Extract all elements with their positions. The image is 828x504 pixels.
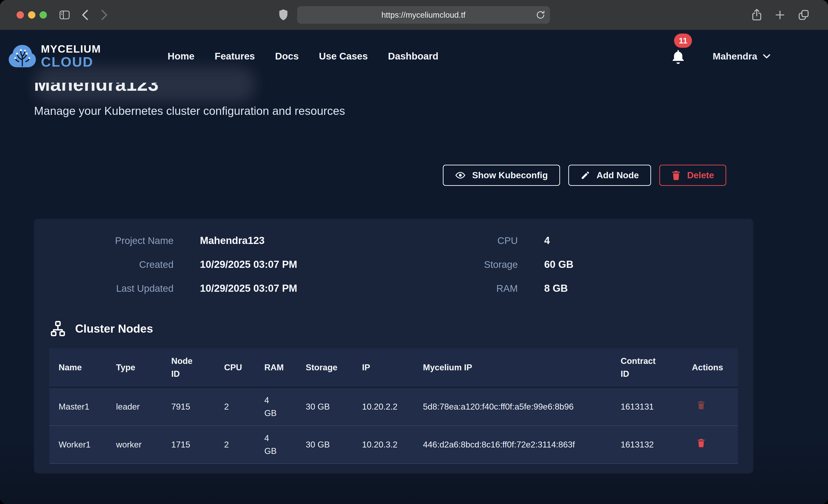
col-storage: Storage [296,348,353,387]
cell-ip: 10.20.2.2 [353,387,414,426]
col-label: CPU [224,363,242,372]
cell-text: 5d8:78ea:a120:f40c:ff0f:a5fe:99e6:8b96 [423,401,574,413]
cell-actions [683,426,738,464]
reload-icon[interactable] [535,10,546,20]
cluster-info-left: Project Name Mahendra123 Created 10/29/2… [49,235,394,306]
tab-overview-icon[interactable] [798,9,810,21]
page-subtitle: Manage your Kubernetes cluster configura… [34,104,794,118]
nav-features[interactable]: Features [215,51,255,62]
col-actions: Actions [683,348,738,387]
cell-node-id: 1715 [162,426,215,464]
close-window-button[interactable] [16,11,24,18]
info-row: Project Name Mahendra123 [49,235,394,259]
col-label: Type [116,363,135,372]
trash-icon [671,170,681,180]
mycelium-cloud-logo[interactable]: MYCELIUM CLOUD [8,43,101,70]
privacy-shield-icon[interactable] [278,9,288,21]
share-icon[interactable] [751,8,762,22]
delete-node-button[interactable] [692,438,705,448]
nav-home[interactable]: Home [168,51,195,62]
cluster-actions: Show Kubeconfig Add Node Delete [34,165,794,186]
cell-text: 446:d2a6:8bcd:8c16:ff0f:72e2:3114:863f [423,438,575,451]
info-value: 8 GB [544,283,568,294]
cell-cpu: 2 [215,426,255,464]
nav-dashboard[interactable]: Dashboard [388,51,438,62]
cell-ram: 4 GB [255,426,296,464]
col-ip: IP [353,348,414,387]
info-row: RAM 8 GB [394,283,738,306]
sidebar-toggle-icon[interactable] [59,10,70,20]
main-content: Mahendra123 Manage your Kubernetes clust… [0,75,828,473]
nav-docs[interactable]: Docs [275,51,299,62]
cluster-nodes-table: Name Type Node ID CPU RAM Storage IP Myc… [49,348,738,464]
screenshot: https://myceliumcloud.tf [0,0,828,504]
cell-text: Worker1 [58,440,90,449]
info-value: 60 GB [544,259,573,270]
info-row: Created 10/29/2025 03:07 PM [49,259,394,283]
bell-icon [671,48,686,64]
cell-actions [683,387,738,426]
add-node-button[interactable]: Add Node [568,165,651,186]
user-menu[interactable]: Mahendra [713,51,771,62]
notification-badge: 11 [674,34,692,48]
col-name: Name [49,348,107,387]
delete-label: Delete [687,170,714,180]
cluster-card: Project Name Mahendra123 Created 10/29/2… [34,219,753,473]
cell-contract-id: 1613131 [612,387,683,426]
col-cpu: CPU [215,348,255,387]
cell-cpu: 2 [215,387,255,426]
info-row: CPU 4 [394,235,738,259]
delete-node-button[interactable] [692,401,705,410]
site-header: MYCELIUM CLOUD Home Features Docs Use Ca… [0,30,828,83]
col-node-id: Node ID [162,348,215,387]
cell-text: 10.20.3.2 [362,440,397,449]
info-label: CPU [394,235,518,246]
eye-icon [455,170,466,180]
add-node-label: Add Node [596,170,639,180]
cluster-info-grid: Project Name Mahendra123 Created 10/29/2… [49,235,738,306]
header-right: 11 Mahendra [671,48,771,64]
cell-node-id: 7915 [162,387,215,426]
traffic-lights [16,11,47,18]
url-text: https://myceliumcloud.tf [381,10,466,19]
table-row: Master1leader791524 GB30 GB10.20.2.25d8:… [49,387,738,426]
cell-storage: 30 GB [296,426,353,464]
col-label: Name [58,363,82,372]
cell-name: Worker1 [49,426,107,464]
zoom-window-button[interactable] [40,11,47,18]
col-ram: RAM [255,348,296,387]
cell-mycelium-ip: 446:d2a6:8bcd:8c16:ff0f:72e2:3114:863f [414,426,611,464]
cell-ram: 4 GB [255,387,296,426]
info-label: Created [49,259,173,270]
info-value: 4 [544,235,550,246]
info-value: Mahendra123 [200,235,264,246]
col-label: Mycelium IP [423,363,472,372]
cell-text: 10.20.2.2 [362,402,397,411]
info-row: Last Updated 10/29/2025 03:07 PM [49,283,394,306]
cluster-table-body: Master1leader791524 GB30 GB10.20.2.25d8:… [49,387,738,464]
minimize-window-button[interactable] [28,11,35,18]
back-icon[interactable] [80,9,90,20]
show-kubeconfig-label: Show Kubeconfig [472,170,548,180]
cell-text: 30 GB [306,402,330,411]
new-tab-icon[interactable] [774,9,786,21]
table-header-row: Name Type Node ID CPU RAM Storage IP Myc… [49,348,738,387]
cell-type: worker [107,426,162,464]
cell-ip: 10.20.3.2 [353,426,414,464]
info-label: Storage [394,259,518,270]
cell-type: leader [107,387,162,426]
cell-mycelium-ip: 5d8:78ea:a120:f40c:ff0f:a5fe:99e6:8b96 [414,387,611,426]
trash-icon [697,401,705,410]
nav-use-cases[interactable]: Use Cases [319,51,368,62]
cell-text: 2 [224,402,229,411]
col-type: Type [107,348,162,387]
browser-toolbar: https://myceliumcloud.tf [0,0,828,30]
show-kubeconfig-button[interactable]: Show Kubeconfig [443,165,560,186]
col-label: Actions [692,363,723,372]
notifications-button[interactable]: 11 [671,48,686,64]
delete-cluster-button[interactable]: Delete [659,165,726,186]
logo-line1: MYCELIUM [41,44,101,54]
url-field[interactable]: https://myceliumcloud.tf [297,6,550,24]
col-mycelium-ip: Mycelium IP [414,348,611,387]
forward-icon[interactable] [100,9,109,20]
